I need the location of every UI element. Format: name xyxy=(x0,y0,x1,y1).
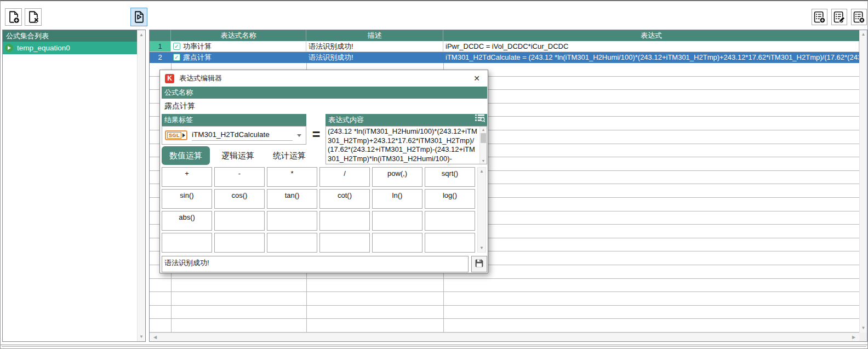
keypad-scrollbar[interactable]: ▲ ▼ xyxy=(477,167,486,253)
variable-search-icon[interactable] xyxy=(475,114,487,126)
save-button[interactable] xyxy=(471,256,487,272)
keypad-button[interactable] xyxy=(425,211,475,231)
keypad-button[interactable]: pow(,) xyxy=(372,167,422,187)
keypad-button[interactable] xyxy=(425,233,475,253)
close-icon[interactable]: ✕ xyxy=(471,73,483,84)
keypad-button[interactable] xyxy=(319,233,370,253)
scroll-down-icon[interactable]: ▼ xyxy=(480,158,487,164)
formula-name-header: 公式名称 xyxy=(162,87,487,99)
delete-expression-row-button[interactable] xyxy=(851,9,867,25)
dialog-title: 表达式编辑器 xyxy=(179,73,466,83)
play-icon xyxy=(5,44,13,52)
sgl-type-label: SGL xyxy=(167,132,181,139)
operator-tabs: 数值运算 逻辑运算 统计运算 xyxy=(162,146,323,165)
result-variable-combobox[interactable]: SGL iTM301_H2TdCalculate xyxy=(162,126,306,145)
equals-sign: = xyxy=(309,125,323,144)
row-number: 1 xyxy=(150,41,171,52)
keypad-button[interactable] xyxy=(267,211,317,231)
dialog-title-bar[interactable]: K 表达式编辑器 ✕ xyxy=(160,70,488,87)
expression-description: 语法识别成功! xyxy=(306,52,443,63)
new-equation-button[interactable] xyxy=(5,8,22,26)
tab-logic-operations[interactable]: 逻辑运算 xyxy=(216,146,259,165)
row-enabled-checkbox[interactable]: ✓ xyxy=(173,43,180,50)
expression-content-header: 表达式内容 xyxy=(326,114,487,126)
keypad-button[interactable] xyxy=(214,233,265,253)
syntax-status-message: 语法识别成功! xyxy=(162,256,469,272)
operator-keypad: + - * / pow(,) sqrt() sin() cos() tan() … xyxy=(162,167,475,253)
save-icon xyxy=(475,259,484,270)
scrollbar-thumb[interactable] xyxy=(481,133,486,143)
document-run-icon xyxy=(132,10,146,24)
keypad-button[interactable]: * xyxy=(267,167,317,187)
table-row-selected[interactable]: 2 ✓ 露点计算 语法识别成功! iTM301_H2TdCalculate = … xyxy=(150,52,859,63)
keypad-button[interactable]: + xyxy=(162,167,212,187)
keypad-button[interactable] xyxy=(162,233,212,253)
table-vertical-scrollbar[interactable]: ▲ ▼ xyxy=(859,30,867,333)
keypad-button[interactable]: sin() xyxy=(162,189,212,209)
tab-statistics-operations[interactable]: 统计运算 xyxy=(268,146,311,165)
scroll-down-icon[interactable]: ▼ xyxy=(138,333,145,341)
column-header-expr: 表达式 xyxy=(443,30,859,41)
formula-name-field[interactable]: 露点计算 xyxy=(162,99,487,113)
list-delete-icon xyxy=(852,10,866,24)
column-header-num xyxy=(150,30,171,41)
app-window: 公式集合列表 temp_equation0 ▲ ▼ 表达式名称 描述 表达式 1… xyxy=(0,0,868,349)
expression-content-text[interactable]: (243.12 *ln(iTM301_H2Humi/100)*(243.12+i… xyxy=(326,127,479,164)
keypad-button[interactable]: / xyxy=(319,167,370,187)
result-variable-value: iTM301_H2TdCalculate xyxy=(192,130,293,141)
list-edit-icon xyxy=(832,10,846,24)
tab-numeric-operations[interactable]: 数值运算 xyxy=(162,146,210,165)
table-row[interactable]: 1 ✓ 功率计算 语法识别成功! iPwr_DCDC = iVol_DCDC*i… xyxy=(150,41,859,52)
add-expression-row-button[interactable] xyxy=(812,9,827,25)
expression-description: 语法识别成功! xyxy=(306,41,443,52)
delete-equation-button[interactable] xyxy=(25,8,42,26)
keypad-button[interactable] xyxy=(319,211,370,231)
scroll-up-icon[interactable]: ▲ xyxy=(138,31,145,39)
formula-collection-panel: 公式集合列表 temp_equation0 ▲ ▼ xyxy=(2,30,146,342)
keypad-button[interactable]: tan() xyxy=(267,189,317,209)
sidebar-scrollbar[interactable]: ▲ ▼ xyxy=(137,30,145,341)
scroll-down-icon[interactable]: ▼ xyxy=(860,324,867,332)
scroll-right-icon[interactable]: ▶ xyxy=(849,333,858,341)
check-icon: ✓ xyxy=(174,55,179,60)
edit-expression-row-button[interactable] xyxy=(831,9,847,25)
check-icon: ✓ xyxy=(174,44,179,49)
expression-formula: iPwr_DCDC = iVol_DCDC*iCur_DCDC xyxy=(443,41,859,52)
expression-scrollbar[interactable]: ▲ ▼ xyxy=(479,127,487,164)
keypad-button[interactable]: sqrt() xyxy=(425,167,475,187)
scroll-down-icon[interactable]: ▼ xyxy=(478,244,486,252)
table-header-row: 表达式名称 描述 表达式 xyxy=(150,30,859,41)
keypad-button[interactable]: ln() xyxy=(372,189,422,209)
scroll-up-icon[interactable]: ▲ xyxy=(860,31,867,38)
scroll-up-icon[interactable]: ▲ xyxy=(480,127,487,133)
keypad-button[interactable]: abs() xyxy=(162,211,212,231)
badge-arrow-icon xyxy=(182,133,185,138)
expression-content-editor[interactable]: (243.12 *ln(iTM301_H2Humi/100)*(243.12+i… xyxy=(326,126,487,164)
keypad-button[interactable]: log() xyxy=(425,189,475,209)
run-equation-button[interactable] xyxy=(130,8,147,26)
expression-editor-dialog: K 表达式编辑器 ✕ 公式名称 露点计算 结果标签 SGL iTM301_H2T… xyxy=(159,70,488,273)
sgl-type-badge: SGL xyxy=(165,130,187,140)
chevron-down-icon[interactable] xyxy=(297,134,301,137)
table-horizontal-scrollbar[interactable]: ◀ ▶ xyxy=(150,333,859,341)
column-header-name: 表达式名称 xyxy=(171,30,306,41)
row-number: 2 xyxy=(150,52,171,63)
scroll-left-icon[interactable]: ◀ xyxy=(151,333,159,341)
keypad-button[interactable] xyxy=(267,233,317,253)
document-delete-icon xyxy=(26,10,41,24)
keypad-button[interactable]: cot() xyxy=(319,189,370,209)
formula-collection-header: 公式集合列表 xyxy=(3,30,137,42)
keypad-button[interactable]: cos() xyxy=(214,189,265,209)
keypad-button[interactable]: - xyxy=(214,167,265,187)
keypad-button[interactable] xyxy=(372,233,422,253)
expression-formula: iTM301_H2TdCalculate = (243.12 *ln(iTM30… xyxy=(443,52,859,63)
expression-content-label: 表达式内容 xyxy=(328,114,475,126)
sidebar-item-label: temp_equation0 xyxy=(17,42,70,54)
list-add-icon xyxy=(813,10,826,24)
keypad-button[interactable] xyxy=(214,211,265,231)
expression-name: 露点计算 xyxy=(183,52,212,62)
scroll-up-icon[interactable]: ▲ xyxy=(478,168,486,175)
row-enabled-checkbox[interactable]: ✓ xyxy=(173,54,180,61)
sidebar-item-temp-equation0[interactable]: temp_equation0 xyxy=(3,42,137,54)
keypad-button[interactable] xyxy=(372,211,422,231)
